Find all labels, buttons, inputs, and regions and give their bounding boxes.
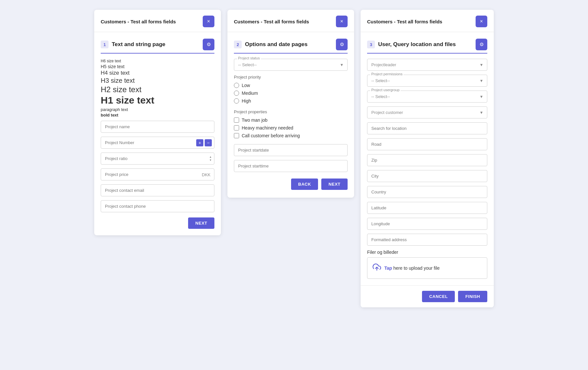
card-3-footer: CANCEL FINISH bbox=[361, 285, 494, 307]
project-ratio-input[interactable] bbox=[101, 153, 214, 165]
project-name-field bbox=[101, 121, 214, 133]
gear-button-1[interactable]: ⚙ bbox=[203, 39, 214, 50]
card-1-title: Customers - Test all forms fields bbox=[101, 19, 176, 24]
page-label-1: Text and string page bbox=[112, 41, 165, 48]
number-controls: + − bbox=[196, 139, 212, 146]
page-indicator-2: 2 Options and date pages ⚙ bbox=[234, 39, 348, 54]
price-suffix: DKK bbox=[202, 172, 211, 177]
priority-medium-label: Medium bbox=[242, 91, 258, 96]
gear-button-3[interactable]: ⚙ bbox=[476, 39, 487, 50]
priority-high-label: High bbox=[242, 98, 251, 104]
card-1-close-button[interactable]: × bbox=[203, 16, 214, 27]
formatted-address-field bbox=[367, 234, 487, 246]
prop-heavy-label: Heavy machinery needed bbox=[242, 125, 293, 130]
bold-text: bold text bbox=[101, 113, 214, 117]
para-text: paragraph text bbox=[101, 107, 214, 112]
finish-button[interactable]: FINISH bbox=[458, 291, 487, 302]
project-status-select[interactable]: -- Select-- bbox=[234, 59, 348, 71]
card-2: Customers - Test all forms fields × 2 Op… bbox=[227, 10, 354, 198]
latitude-field bbox=[367, 202, 487, 214]
project-starttime-field bbox=[234, 160, 348, 172]
prop-two-man-checkbox[interactable] bbox=[234, 117, 239, 123]
permissions-label: Project permissions bbox=[370, 72, 403, 76]
prop-call-checkbox[interactable] bbox=[234, 133, 239, 138]
project-status-label: Project status bbox=[237, 56, 261, 60]
city-input[interactable] bbox=[367, 170, 487, 182]
upload-rest: here to upload your file bbox=[392, 265, 440, 271]
project-number-field: + − bbox=[101, 137, 214, 149]
upload-area[interactable]: Tap here to upload your file bbox=[367, 257, 487, 279]
search-location-input[interactable] bbox=[367, 122, 487, 134]
priority-low-radio[interactable] bbox=[234, 83, 239, 88]
project-contact-phone-input[interactable] bbox=[101, 200, 214, 212]
formatted-address-input[interactable] bbox=[367, 234, 487, 246]
project-price-input[interactable] bbox=[101, 168, 214, 180]
h5-text: H5 size text bbox=[101, 64, 214, 69]
longitude-input[interactable] bbox=[367, 218, 487, 230]
ratio-down-arrow[interactable]: ▼ bbox=[209, 159, 212, 162]
prop-heavy-item[interactable]: Heavy machinery needed bbox=[234, 125, 348, 130]
latitude-input[interactable] bbox=[367, 202, 487, 214]
prop-heavy-checkbox[interactable] bbox=[234, 125, 239, 130]
city-field bbox=[367, 170, 487, 182]
customer-select[interactable]: Project customer bbox=[367, 106, 487, 118]
permissions-wrapper: Project permissions -- Select-- ▼ bbox=[367, 75, 487, 87]
prop-two-man-item[interactable]: Two man job bbox=[234, 117, 348, 123]
prop-two-man-label: Two man job bbox=[242, 117, 267, 123]
road-field bbox=[367, 138, 487, 150]
zip-input[interactable] bbox=[367, 154, 487, 166]
card-2-back-button[interactable]: BACK bbox=[291, 179, 318, 190]
project-contact-email-input[interactable] bbox=[101, 184, 214, 196]
card-1-next-button[interactable]: NEXT bbox=[188, 217, 214, 229]
priority-low-item[interactable]: Low bbox=[234, 83, 348, 88]
upload-text: Tap here to upload your file bbox=[384, 265, 440, 271]
page-indicator-3: 3 User, Query location and files ⚙ bbox=[367, 39, 487, 54]
customer-wrapper: Project customer ▼ bbox=[367, 106, 487, 118]
card-1-body: 1 Text and string page ⚙ H6 size text H5… bbox=[94, 32, 221, 235]
files-label: Filer og billeder bbox=[367, 250, 487, 255]
properties-checkbox-group: Two man job Heavy machinery needed Call … bbox=[234, 117, 348, 138]
page-indicator-1: 1 Text and string page ⚙ bbox=[101, 39, 214, 54]
priority-high-radio[interactable] bbox=[234, 98, 239, 104]
project-name-input[interactable] bbox=[101, 121, 214, 133]
cancel-button[interactable]: CANCEL bbox=[422, 291, 455, 302]
card-2-close-button[interactable]: × bbox=[336, 16, 348, 27]
card-1-header: Customers - Test all forms fields × bbox=[94, 10, 221, 32]
priority-medium-radio[interactable] bbox=[234, 91, 239, 96]
usergroup-select[interactable]: -- Select-- bbox=[367, 91, 487, 103]
priority-medium-item[interactable]: Medium bbox=[234, 91, 348, 96]
h2-text: H2 size text bbox=[101, 85, 214, 94]
usergroup-wrapper: Project usergroup -- Select-- ▼ bbox=[367, 91, 487, 103]
usergroup-label: Project usergroup bbox=[370, 88, 401, 92]
project-startdate-input[interactable] bbox=[234, 144, 348, 156]
country-input[interactable] bbox=[367, 186, 487, 198]
number-increment-button[interactable]: + bbox=[196, 139, 203, 146]
card-2-title: Customers - Test all forms fields bbox=[234, 19, 309, 24]
properties-section-label: Project properties bbox=[234, 109, 348, 114]
priority-low-label: Low bbox=[242, 83, 250, 88]
ratio-arrows: ▲ ▼ bbox=[209, 156, 212, 162]
project-ratio-field: ▲ ▼ bbox=[101, 153, 214, 165]
ratio-up-arrow[interactable]: ▲ bbox=[209, 156, 212, 158]
projectleader-select[interactable]: Projectleader bbox=[367, 59, 487, 71]
project-startdate-field bbox=[234, 144, 348, 156]
gear-button-2[interactable]: ⚙ bbox=[336, 39, 348, 50]
card-3-close-button[interactable]: × bbox=[476, 16, 487, 27]
h6-text: H6 size text bbox=[101, 59, 214, 63]
project-status-wrapper: Project status -- Select-- ▼ bbox=[234, 59, 348, 71]
project-contact-phone-field bbox=[101, 200, 214, 212]
prop-call-item[interactable]: Call customer before arriving bbox=[234, 133, 348, 138]
priority-section-label: Project priority bbox=[234, 75, 348, 80]
road-input[interactable] bbox=[367, 138, 487, 150]
zip-field bbox=[367, 154, 487, 166]
project-starttime-input[interactable] bbox=[234, 160, 348, 172]
prop-call-label: Call customer before arriving bbox=[242, 133, 300, 138]
project-price-field: DKK bbox=[101, 168, 214, 180]
permissions-select[interactable]: -- Select-- bbox=[367, 75, 487, 87]
number-decrement-button[interactable]: − bbox=[205, 139, 212, 146]
page-label-3: User, Query location and files bbox=[378, 41, 456, 48]
page-num-3: 3 bbox=[367, 41, 375, 48]
priority-high-item[interactable]: High bbox=[234, 98, 348, 104]
card-2-next-button[interactable]: NEXT bbox=[321, 179, 348, 190]
card-2-body: 2 Options and date pages ⚙ Project statu… bbox=[227, 32, 354, 198]
